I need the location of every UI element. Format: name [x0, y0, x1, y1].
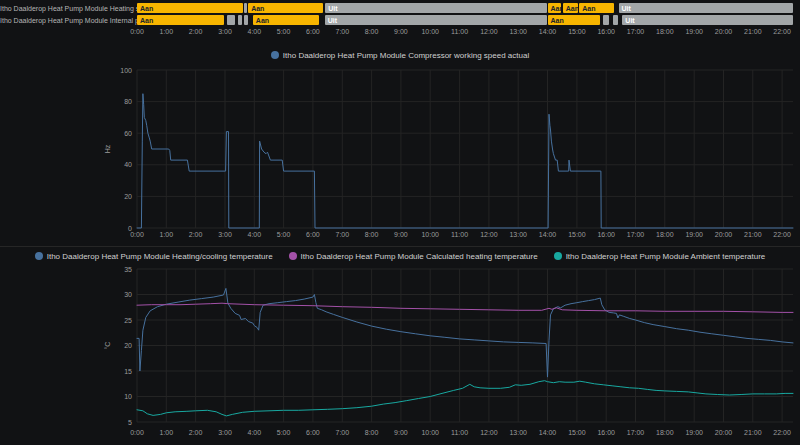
x-tick-label: 22:00 [773, 28, 791, 35]
x-tick-label: 9:00 [394, 231, 408, 238]
x-tick-label: 16:00 [597, 429, 615, 436]
timeline-segment-off[interactable] [238, 15, 242, 25]
x-tick-label: 15:00 [568, 28, 586, 35]
y-tick-label: 10 [124, 393, 132, 400]
y-tick-label: 60 [124, 130, 132, 137]
x-tick-label: 8:00 [365, 429, 379, 436]
x-tick-label: 22:00 [773, 429, 791, 436]
x-tick-label: 6:00 [306, 28, 320, 35]
x-tick-label: 9:00 [394, 429, 408, 436]
x-tick-label: 10:00 [421, 429, 439, 436]
x-tick-label: 1:00 [159, 28, 173, 35]
x-tick-label: 21:00 [744, 429, 762, 436]
timeline-segment-off[interactable] [244, 15, 248, 25]
timeline-segment-on[interactable]: Aan [137, 3, 243, 13]
x-tick-label: 0:00 [130, 231, 144, 238]
x-tick-label: 1:00 [159, 429, 173, 436]
timeline-segment-on[interactable]: Aan [548, 3, 562, 13]
x-tick-label: 17:00 [627, 231, 645, 238]
legend-item[interactable]: Itho Daalderop Heat Pump Module Calculat… [289, 252, 538, 261]
x-tick-label: 20:00 [715, 429, 733, 436]
timeline-segment-off[interactable]: Uit [619, 3, 793, 13]
timeline-row-label: Itho Daalderop Heat Pump Module Internal… [0, 16, 133, 25]
timeline-segment-off[interactable] [244, 3, 247, 13]
x-tick-label: 11:00 [451, 231, 468, 238]
x-tick-label: 6:00 [306, 429, 320, 436]
x-tick-label: 2:00 [189, 28, 203, 35]
legend-label: Itho Daalderop Heat Pump Module Ambient … [566, 252, 766, 261]
legend-dot-icon [289, 252, 297, 260]
legend-label: Itho Daalderop Heat Pump Module Heating/… [47, 252, 273, 261]
x-tick-label: 17:00 [627, 429, 645, 436]
x-tick-label: 7:00 [335, 429, 349, 436]
x-tick-label: 13:00 [509, 429, 527, 436]
y-tick-label: 80 [124, 98, 132, 105]
x-tick-label: 20:00 [715, 28, 733, 35]
x-tick-label: 14:00 [539, 231, 557, 238]
timeline-segment-on[interactable]: Aan [579, 3, 614, 13]
x-tick-label: 10:00 [421, 28, 439, 35]
x-tick-label: 16:00 [597, 28, 615, 35]
timeline-row-heating-switch: Itho Daalderop Heat Pump Module Heating … [0, 3, 800, 13]
x-tick-label: 0:00 [130, 429, 144, 436]
x-tick-label: 14:00 [539, 429, 557, 436]
x-tick-label: 11:00 [451, 28, 468, 35]
timeline-segment-off[interactable]: Uit [325, 3, 546, 13]
x-tick-label: 19:00 [685, 28, 703, 35]
x-tick-label: 11:00 [451, 429, 468, 436]
x-tick-label: 14:00 [539, 28, 557, 35]
timeline-segment-off[interactable] [613, 15, 618, 25]
legend-item[interactable]: Itho Daalderop Heat Pump Module Heating/… [35, 252, 273, 261]
x-tick-label: 21:00 [744, 231, 762, 238]
x-tick-label: 20:00 [715, 231, 733, 238]
timeline-segment-on[interactable]: Aan [563, 3, 578, 13]
legend-item[interactable]: Itho Daalderop Heat Pump Module Compress… [271, 51, 529, 60]
x-tick-label: 15:00 [568, 231, 586, 238]
x-tick-label: 18:00 [656, 429, 674, 436]
x-tick-label: 19:00 [685, 231, 703, 238]
x-tick-label: 18:00 [656, 28, 674, 35]
charts-canvas: 0:001:002:003:004:005:006:007:008:009:00… [0, 0, 800, 445]
x-tick-label: 3:00 [218, 28, 232, 35]
x-tick-label: 4:00 [247, 429, 261, 436]
x-tick-label: 3:00 [218, 231, 232, 238]
x-tick-label: 12:00 [480, 28, 498, 35]
y-tick-label: 5 [128, 419, 132, 426]
y-tick-label: 100 [120, 67, 132, 74]
x-tick-label: 12:00 [480, 231, 498, 238]
x-tick-label: 7:00 [335, 231, 349, 238]
timeline-segment-off[interactable]: Uit [325, 15, 547, 25]
y-tick-label: 40 [124, 161, 132, 168]
x-tick-label: 5:00 [277, 429, 291, 436]
legend-dot-icon [35, 252, 43, 260]
x-tick-label: 13:00 [509, 231, 527, 238]
timeline-row-label: Itho Daalderop Heat Pump Module Heating … [0, 4, 133, 13]
x-tick-label: 7:00 [335, 28, 349, 35]
legend-label: Itho Daalderop Heat Pump Module Compress… [283, 51, 529, 60]
compressor-chart-legend: Itho Daalderop Heat Pump Module Compress… [0, 49, 800, 61]
y-tick-label: 15 [124, 368, 132, 375]
legend-item[interactable]: Itho Daalderop Heat Pump Module Ambient … [554, 252, 766, 261]
timeline-segment-on[interactable]: Aan [248, 3, 322, 13]
x-tick-label: 5:00 [277, 28, 291, 35]
x-tick-label: 13:00 [509, 28, 527, 35]
x-tick-label: 4:00 [247, 28, 261, 35]
timeline-row-internal-pump: Itho Daalderop Heat Pump Module Internal… [0, 15, 800, 25]
timeline-segment-on[interactable]: Aan [548, 15, 600, 25]
x-tick-label: 3:00 [218, 429, 232, 436]
timeline-track: AanAanUitAanAanAanUit [137, 3, 793, 13]
y-axis-unit-label: Hz [104, 144, 111, 153]
timeline-segment-off[interactable]: Uit [622, 15, 793, 25]
x-tick-label: 8:00 [365, 28, 379, 35]
timeline-segment-on[interactable]: Aan [137, 15, 224, 25]
timeline-segment-off[interactable] [603, 15, 609, 25]
x-tick-label: 1:00 [159, 231, 173, 238]
x-tick-label: 17:00 [627, 28, 645, 35]
timeline-segment-off[interactable] [227, 15, 234, 25]
temperature-chart-legend: Itho Daalderop Heat Pump Module Heating/… [0, 250, 800, 262]
y-tick-label: 35 [124, 266, 132, 273]
x-tick-label: 18:00 [656, 231, 674, 238]
y-tick-label: 20 [124, 342, 132, 349]
timeline-segment-on[interactable]: Aan [253, 15, 320, 25]
x-tick-label: 2:00 [189, 429, 203, 436]
